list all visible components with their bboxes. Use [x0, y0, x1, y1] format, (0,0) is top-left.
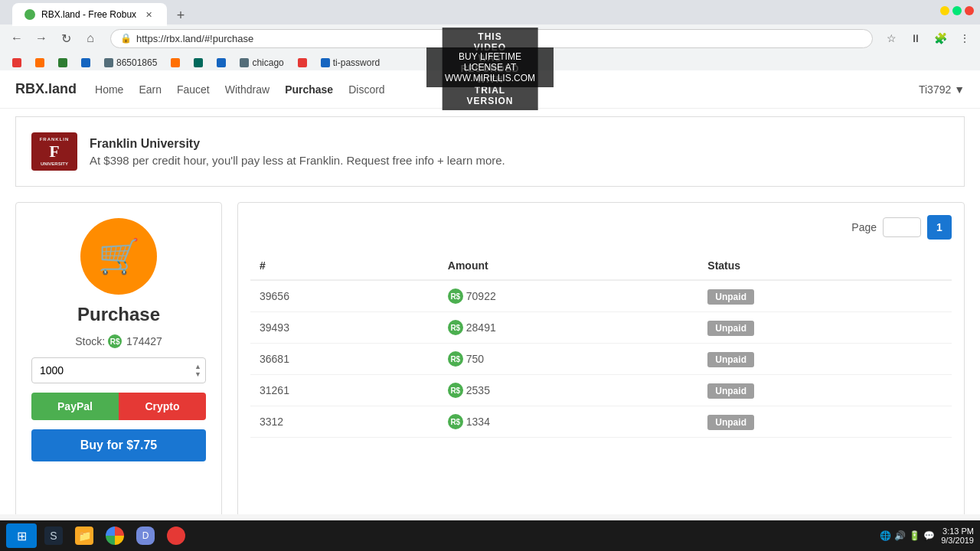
ad-logo: FRANKLIN F UNIVERSITY: [31, 132, 77, 171]
order-amount: R$2535: [439, 375, 699, 406]
taskbar-files[interactable]: 📁: [70, 522, 98, 549]
back-button[interactable]: ←: [6, 28, 28, 49]
order-id: 36681: [250, 344, 439, 375]
bookmark-item[interactable]: [292, 57, 313, 69]
taskbar-discord[interactable]: D: [132, 522, 159, 549]
bookmark-label: 86501865: [116, 57, 157, 68]
orders-table: # Amount Status 39656 R$70922 Unpaid 3: [250, 252, 952, 438]
amount-spinner[interactable]: ▲ ▼: [194, 364, 201, 378]
order-amount: R$1334: [439, 406, 699, 438]
bookmark-star-icon[interactable]: ☆: [882, 29, 900, 47]
site-logo[interactable]: RBX.land: [15, 81, 77, 97]
nav-home[interactable]: Home: [95, 83, 123, 96]
nav-discord[interactable]: Discord: [348, 83, 384, 96]
nav-earn[interactable]: Earn: [139, 83, 162, 96]
home-button[interactable]: ⌂: [80, 28, 101, 49]
bookmark-item[interactable]: [29, 57, 51, 69]
stock-label: Stock:: [75, 335, 105, 347]
taskbar-chrome[interactable]: [101, 522, 129, 549]
order-status: Unpaid: [698, 406, 952, 438]
status-badge: Unpaid: [707, 383, 754, 399]
bookmark-favicon: [12, 58, 21, 67]
time-display: 3:13 PM: [941, 527, 974, 536]
ad-description: At $398 per credit hour, you'll pay less…: [90, 154, 505, 167]
rs-icon: R$: [448, 351, 463, 367]
table-row: 39493 R$28491 Unpaid: [250, 312, 952, 344]
url-text: https://rbx.land/#!purchase: [136, 33, 253, 44]
buy-button[interactable]: Buy for $7.75: [31, 429, 206, 461]
start-button[interactable]: ⊞: [6, 523, 37, 548]
menu-icon[interactable]: ⋮: [956, 29, 974, 47]
ad-logo-sub: UNIVERSITY: [41, 161, 68, 166]
col-header-id: #: [250, 252, 439, 280]
bookmark-item[interactable]: [165, 57, 186, 69]
table-header: # Amount Status: [250, 252, 952, 280]
ad-school-name-text: Franklin University: [90, 137, 505, 151]
stock-line: Stock: R$ 174427: [75, 334, 162, 348]
bookmark-favicon: [35, 58, 44, 67]
maximize-button[interactable]: [952, 6, 962, 15]
nav-faucet[interactable]: Faucet: [177, 83, 210, 96]
nav-right-icons: ☆ ⏸ 🧩 ⋮: [882, 29, 974, 47]
tab-close-button[interactable]: ✕: [142, 8, 155, 21]
table-row: 31261 R$2535 Unpaid: [250, 375, 952, 406]
battery-icon: 🔋: [909, 530, 920, 541]
page-button[interactable]: 1: [927, 215, 952, 240]
bookmark-item[interactable]: [52, 57, 74, 69]
basket-icon: 🛒: [98, 236, 140, 276]
order-status: Unpaid: [698, 375, 952, 406]
rs-icon: R$: [448, 383, 463, 398]
orders-section: Page 1 # Amount Status 39656 R$709: [237, 202, 965, 514]
new-tab-button[interactable]: +: [170, 5, 191, 26]
status-badge: Unpaid: [707, 321, 754, 336]
bookmark-label: chicago: [252, 57, 283, 68]
files-icon: 📁: [75, 527, 93, 545]
crypto-button[interactable]: Crypto: [119, 393, 206, 420]
ad-logo-main: F: [49, 142, 59, 161]
taskbar-app[interactable]: [162, 522, 190, 549]
stock-amount: 174427: [126, 335, 162, 347]
amount-value: 28491: [466, 321, 496, 334]
nav-withdraw[interactable]: Withdraw: [225, 83, 270, 96]
pause-icon[interactable]: ⏸: [906, 29, 925, 47]
bookmark-favicon: [171, 58, 180, 67]
date-display: 9/3/2019: [941, 536, 974, 545]
order-id: 3312: [250, 406, 439, 438]
nav-user[interactable]: Ti3792 ▼: [919, 83, 965, 96]
browser-tab[interactable]: RBX.land - Free Robux ✕: [12, 3, 167, 26]
bookmark-favicon: [81, 58, 90, 67]
minimize-button[interactable]: [940, 6, 949, 15]
discord-icon: D: [136, 527, 155, 545]
bookmark-item[interactable]: [75, 57, 96, 69]
order-id: 31261: [250, 375, 439, 406]
bookmark-favicon: [58, 58, 67, 67]
forward-button[interactable]: →: [31, 28, 52, 49]
rs-icon: R$: [448, 414, 463, 429]
page-input[interactable]: [883, 217, 921, 237]
steam-icon: S: [44, 527, 63, 545]
extensions-icon[interactable]: 🧩: [931, 29, 949, 47]
bookmark-item-balance[interactable]: 86501865: [98, 56, 163, 70]
taskbar-steam[interactable]: S: [40, 522, 67, 549]
pagination: Page 1: [250, 215, 952, 240]
amount-input[interactable]: [31, 357, 206, 383]
arrow-down-icon[interactable]: ▼: [194, 371, 201, 378]
rs-badge-stock: R$: [108, 334, 122, 348]
paypal-button[interactable]: PayPal: [31, 393, 119, 420]
col-header-status: Status: [698, 252, 952, 280]
bookmark-item[interactable]: [211, 57, 232, 69]
reload-button[interactable]: ↻: [55, 28, 77, 49]
bookmark-item-tipassword[interactable]: ti-password: [315, 56, 386, 70]
bookmark-item[interactable]: [188, 57, 209, 69]
bookmark-favicon: [194, 58, 203, 67]
order-amount: R$750: [439, 344, 699, 375]
chrome-icon: [106, 527, 124, 545]
website: RBX.land Home Earn Faucet Withdraw Purch…: [0, 70, 980, 514]
arrow-up-icon[interactable]: ▲: [194, 364, 201, 370]
bookmark-item-chicago[interactable]: chicago: [234, 56, 289, 70]
purchase-icon: 🛒: [80, 218, 157, 295]
system-tray: 🌐 🔊 🔋 💬: [880, 530, 935, 541]
close-button[interactable]: [965, 6, 974, 15]
bookmark-item[interactable]: [6, 57, 28, 69]
nav-purchase[interactable]: Purchase: [285, 83, 333, 96]
